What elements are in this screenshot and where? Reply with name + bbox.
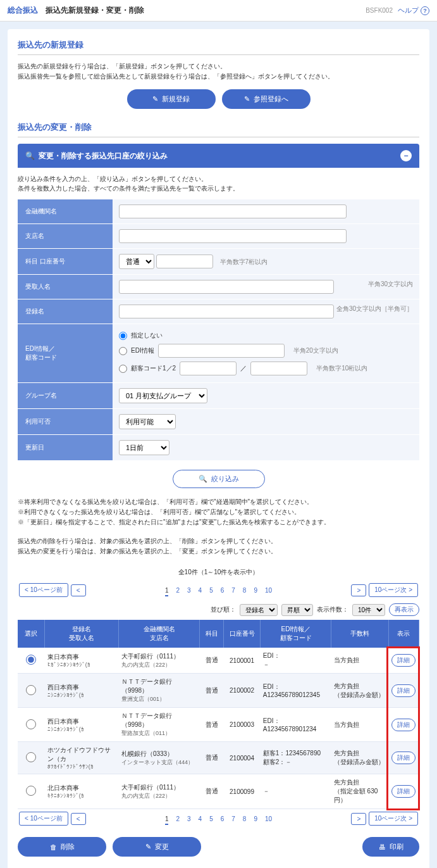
payee-hint: 半角30文字以内 — [368, 280, 413, 289]
pager-page-6[interactable]: 6 — [221, 815, 225, 822]
row-type: 普通 — [200, 648, 223, 674]
print-button[interactable]: 🖶 印刷 — [362, 837, 419, 857]
edi-radio-none[interactable] — [119, 332, 127, 340]
pager-page-6[interactable]: 6 — [221, 587, 225, 594]
bank-input[interactable] — [119, 204, 347, 218]
pager-page-2[interactable]: 2 — [176, 815, 180, 822]
row-kana: ｷﾀﾆﾎﾝｼﾖｳｼﾞ(ｶ — [47, 793, 116, 799]
help-link[interactable]: ヘルプ ? — [398, 6, 429, 15]
trash-icon: 🗑 — [50, 843, 57, 851]
pager-prev-chunk[interactable]: < 10ページ前 — [19, 583, 68, 597]
pager-page-1[interactable]: 1 — [165, 815, 169, 825]
count-label: 表示件数： — [317, 605, 348, 614]
filter-button[interactable]: 🔍 絞り込み — [173, 470, 265, 488]
pager-page-10[interactable]: 10 — [265, 815, 272, 822]
row-fee: 先方負担 （指定金額 630円） — [331, 774, 389, 809]
row-kana: ﾆｼﾆﾎﾝｼﾖｳｼﾞ(ｶ — [47, 726, 116, 733]
row-regname: 西日本商事 — [47, 717, 116, 726]
row-regname: ホツカイドウフドウサン（カ — [47, 746, 116, 764]
new-register-label: 新規登録 — [162, 94, 190, 104]
row-branch: 丸の内支店（222） — [121, 661, 197, 669]
pager-page-7[interactable]: 7 — [231, 815, 235, 822]
detail-button[interactable]: 詳細 — [391, 684, 415, 697]
print-label: 印刷 — [390, 842, 403, 852]
filter-button-label: 絞り込み — [211, 474, 239, 484]
row-account: 2100001 — [223, 648, 261, 674]
pager-page-4[interactable]: 4 — [199, 587, 202, 594]
delete-label: 削除 — [61, 842, 75, 852]
pager-prev-chunk-bottom[interactable]: < 10ページ前 — [19, 812, 68, 826]
branch-input[interactable] — [119, 229, 347, 243]
pager-page-1[interactable]: 1 — [165, 587, 169, 596]
account-number-input[interactable] — [156, 255, 213, 268]
row-edi: EDI： A123456789012345 — [261, 674, 331, 708]
payee-input[interactable] — [119, 280, 334, 294]
customer-hint: 半角数字10桁以内 — [316, 364, 367, 373]
detail-button[interactable]: 詳細 — [391, 752, 415, 764]
customer-code-2-input[interactable] — [250, 362, 307, 375]
filter-accordion-header[interactable]: 🔍 変更・削除する振込先口座の絞り込み − — [18, 144, 419, 168]
pager-page-3[interactable]: 3 — [187, 815, 191, 822]
edi-radio-customer[interactable] — [119, 365, 127, 373]
edi-radio-edi[interactable] — [119, 347, 127, 355]
pager-info: 全10件（1～10件を表示中） — [18, 564, 419, 581]
edi-info-input[interactable] — [158, 344, 285, 358]
pager-page-8[interactable]: 8 — [243, 587, 247, 594]
regname-input[interactable] — [119, 305, 334, 318]
row-bank: ＮＴＴデータ銀行（9998） — [121, 677, 197, 695]
edi-radio-customer-label: 顧客コード1／2 — [131, 364, 176, 373]
collapse-icon: − — [400, 150, 412, 161]
pager-page-3[interactable]: 3 — [187, 587, 191, 594]
pager-next-chunk[interactable]: 10ページ次 > — [369, 583, 418, 597]
pager-prev[interactable]: < — [71, 584, 86, 596]
row-select-radio[interactable] — [26, 786, 36, 796]
row-regname: 東日本商事 — [47, 653, 116, 662]
row-kana: ﾆｼﾆﾎﾝｼﾖｳｼﾞ(ｶ — [47, 692, 116, 698]
row-select-radio[interactable] — [26, 719, 36, 729]
account-type-select[interactable]: 普通 — [119, 254, 154, 269]
col-select: 選択 — [18, 620, 45, 648]
delete-button[interactable]: 🗑 削除 — [18, 837, 106, 857]
pager-page-9[interactable]: 9 — [254, 815, 257, 822]
pager-page-9[interactable]: 9 — [254, 587, 257, 594]
filter-desc-1: 絞り込み条件を入力の上、「絞り込み」ボタンを押してください。 — [18, 174, 419, 184]
row-select-radio[interactable] — [26, 655, 36, 665]
pager-page-5[interactable]: 5 — [209, 815, 213, 822]
table-row: 西日本商事ﾆｼﾆﾎﾝｼﾖｳｼﾞ(ｶＮＴＴデータ銀行（9998）豊洲支店（001）… — [18, 674, 419, 708]
pager-page-7[interactable]: 7 — [231, 587, 235, 594]
reference-register-button[interactable]: ✎ 参照登録へ — [222, 89, 311, 109]
pager-next[interactable]: > — [351, 584, 366, 596]
count-select[interactable]: 10件 — [352, 604, 385, 616]
pager-page-2[interactable]: 2 — [176, 587, 180, 594]
customer-code-1-input[interactable] — [180, 362, 237, 375]
detail-button[interactable]: 詳細 — [391, 785, 415, 798]
filter-accordion-title: 変更・削除する振込先口座の絞り込み — [39, 151, 168, 161]
sort-field-select[interactable]: 登録名 — [240, 604, 278, 616]
availability-select[interactable]: 利用可能 — [119, 414, 176, 429]
pager-next-bottom[interactable]: > — [351, 813, 366, 825]
change-button[interactable]: ✎ 変更 — [113, 837, 201, 857]
help-label: ヘルプ — [398, 6, 419, 15]
detail-button[interactable]: 詳細 — [391, 719, 415, 731]
new-register-button[interactable]: ✎ 新規登録 — [127, 89, 216, 109]
pager-page-4[interactable]: 4 — [199, 815, 202, 822]
header-category: 総合振込 — [8, 5, 38, 16]
row-fee: 当方負担 — [331, 708, 389, 742]
pager-page-10[interactable]: 10 — [265, 587, 272, 594]
redisplay-button[interactable]: 再表示 — [389, 603, 419, 616]
updated-select[interactable]: 1日前 — [119, 440, 169, 455]
row-regname: 北日本商事 — [47, 784, 116, 793]
detail-button[interactable]: 詳細 — [391, 654, 415, 667]
row-select-radio[interactable] — [26, 685, 36, 695]
edi-radio-edi-label: EDI情報 — [131, 346, 154, 355]
pager-next-chunk-bottom[interactable]: 10ページ次 > — [369, 812, 418, 826]
customer-sep: ／ — [240, 364, 247, 373]
pager-page-8[interactable]: 8 — [243, 815, 247, 822]
row-select-radio[interactable] — [26, 752, 36, 762]
row-edi: EDI： － — [261, 648, 331, 674]
pager-page-5[interactable]: 5 — [209, 587, 213, 594]
label-branch: 支店名 — [18, 224, 113, 249]
sort-direction-select[interactable]: 昇順 — [281, 604, 313, 616]
group-select[interactable]: 01 月初支払グループ — [119, 388, 207, 403]
pager-prev-bottom[interactable]: < — [71, 813, 86, 825]
